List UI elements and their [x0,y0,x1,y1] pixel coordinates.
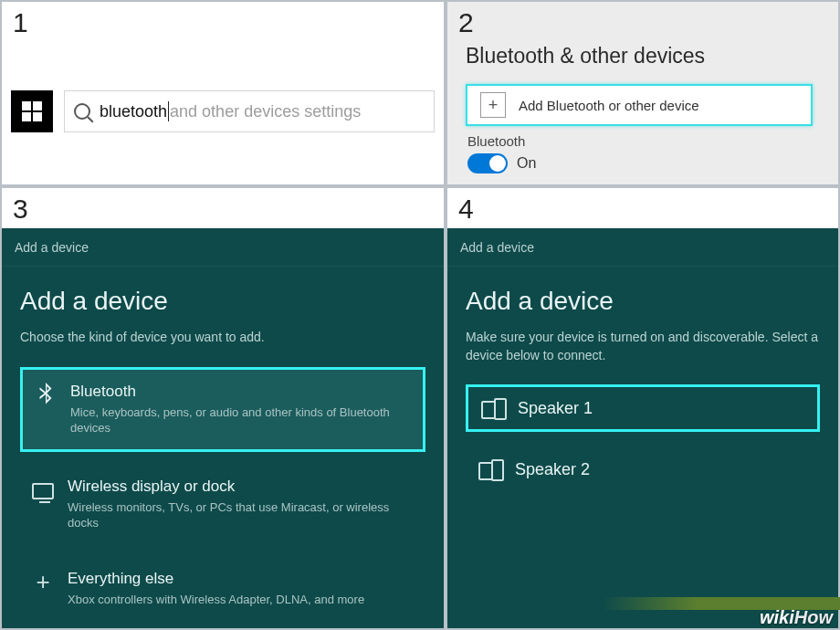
taskbar-search-row: bluetooth and other devices settings [11,89,435,133]
discovered-device-speaker-2[interactable]: Speaker 2 [466,448,820,490]
step-number: 4 [458,194,474,225]
search-input[interactable]: bluetooth and other devices settings [64,90,435,132]
search-suggestion-text: and other devices settings [170,102,361,121]
text-cursor [168,101,169,121]
search-typed-text: bluetooth [100,102,167,121]
option-desc: Wireless monitors, TVs, or PCs that use … [68,499,415,531]
add-device-dialog: Add a device Add a device Choose the kin… [2,228,444,628]
device-icon [481,398,505,418]
step-band [447,188,838,228]
dialog-subtitle: Make sure your device is turned on and d… [466,329,820,364]
search-icon [74,103,90,120]
plus-icon: + [480,92,506,118]
device-kind-wireless-display[interactable]: Wireless display or dock Wireless monito… [20,465,425,544]
add-bluetooth-device-button[interactable]: + Add Bluetooth or other device [466,84,813,126]
plus-icon: + [31,570,55,593]
option-desc: Mice, keyboards, pens, or audio and othe… [70,404,412,436]
option-title: Bluetooth [70,383,412,401]
settings-page-title: Bluetooth & other devices [466,44,705,68]
start-button[interactable] [11,90,53,132]
option-title: Everything else [68,570,364,588]
step-2-panel: 2 Bluetooth & other devices + Add Blueto… [446,0,840,186]
step-1-panel: 1 bluetooth and other devices settings [0,0,446,186]
device-name: Speaker 1 [518,399,593,418]
device-name: Speaker 2 [515,460,590,479]
bluetooth-icon [34,383,58,406]
option-title: Wireless display or dock [68,478,415,496]
bluetooth-toggle-state: On [517,155,536,172]
step-3-panel: 3 Add a device Add a device Choose the k… [0,186,446,630]
step-number: 1 [13,7,28,38]
bluetooth-toggle[interactable] [467,153,508,173]
dialog-header: Add a device [447,228,838,267]
device-icon [478,459,502,479]
step-number: 3 [13,194,28,225]
discovered-device-speaker-1[interactable]: Speaker 1 [466,384,820,432]
watermark-wiki: wiki [760,607,794,627]
dialog-header: Add a device [2,228,444,267]
device-kind-everything-else[interactable]: + Everything else Xbox controllers with … [20,557,425,621]
device-kind-bluetooth[interactable]: Bluetooth Mice, keyboards, pens, or audi… [20,367,425,452]
monitor-icon [31,478,55,501]
watermark-how: How [794,607,833,627]
bluetooth-toggle-row: On [467,153,536,173]
dialog-title: Add a device [466,287,820,316]
step-band [2,188,444,228]
add-device-label: Add Bluetooth or other device [519,98,699,113]
bluetooth-section-label: Bluetooth [467,133,525,149]
step-4-panel: 4 Add a device Add a device Make sure yo… [446,186,840,630]
dialog-title: Add a device [20,287,425,316]
step-number: 2 [458,7,474,38]
windows-icon [22,101,42,121]
dialog-subtitle: Choose the kind of device you want to ad… [20,329,425,347]
option-desc: Xbox controllers with Wireless Adapter, … [68,592,364,608]
add-device-discover-dialog: Add a device Add a device Make sure your… [447,228,838,628]
